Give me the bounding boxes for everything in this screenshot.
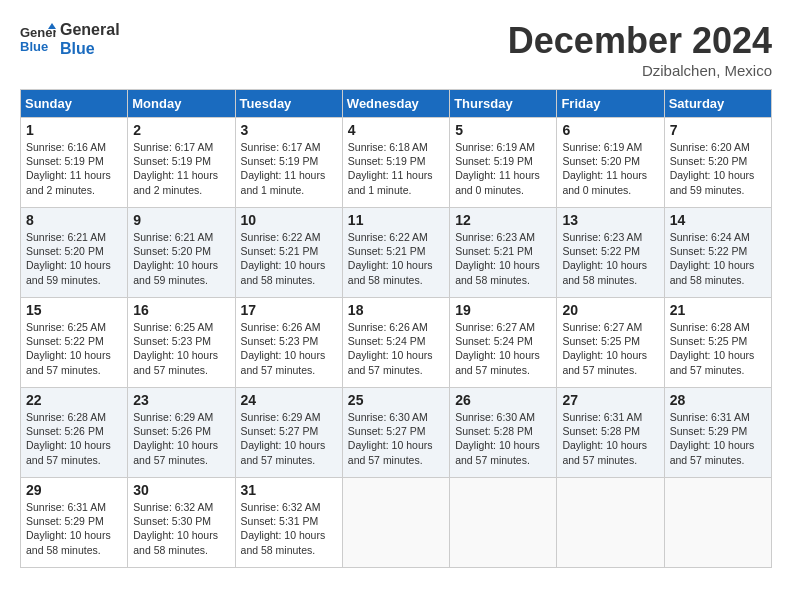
calendar-cell: 27Sunrise: 6:31 AMSunset: 5:28 PMDayligh…	[557, 388, 664, 478]
day-info: Sunrise: 6:32 AMSunset: 5:31 PMDaylight:…	[241, 500, 337, 557]
page-header: General Blue General Blue December 2024 …	[20, 20, 772, 79]
day-number: 9	[133, 212, 229, 228]
day-number: 3	[241, 122, 337, 138]
calendar-cell: 19Sunrise: 6:27 AMSunset: 5:24 PMDayligh…	[450, 298, 557, 388]
day-info: Sunrise: 6:18 AMSunset: 5:19 PMDaylight:…	[348, 140, 444, 197]
day-number: 17	[241, 302, 337, 318]
day-info: Sunrise: 6:22 AMSunset: 5:21 PMDaylight:…	[241, 230, 337, 287]
calendar-cell: 3Sunrise: 6:17 AMSunset: 5:19 PMDaylight…	[235, 118, 342, 208]
day-number: 31	[241, 482, 337, 498]
calendar-cell: 21Sunrise: 6:28 AMSunset: 5:25 PMDayligh…	[664, 298, 771, 388]
month-title: December 2024	[508, 20, 772, 62]
logo-icon: General Blue	[20, 21, 56, 57]
day-number: 11	[348, 212, 444, 228]
calendar-week-2: 8Sunrise: 6:21 AMSunset: 5:20 PMDaylight…	[21, 208, 772, 298]
day-info: Sunrise: 6:31 AMSunset: 5:28 PMDaylight:…	[562, 410, 658, 467]
day-info: Sunrise: 6:17 AMSunset: 5:19 PMDaylight:…	[133, 140, 229, 197]
logo: General Blue General Blue	[20, 20, 120, 58]
day-info: Sunrise: 6:19 AMSunset: 5:20 PMDaylight:…	[562, 140, 658, 197]
day-info: Sunrise: 6:30 AMSunset: 5:28 PMDaylight:…	[455, 410, 551, 467]
day-number: 13	[562, 212, 658, 228]
day-header-tuesday: Tuesday	[235, 90, 342, 118]
day-number: 6	[562, 122, 658, 138]
day-info: Sunrise: 6:27 AMSunset: 5:24 PMDaylight:…	[455, 320, 551, 377]
calendar-cell: 31Sunrise: 6:32 AMSunset: 5:31 PMDayligh…	[235, 478, 342, 568]
day-info: Sunrise: 6:30 AMSunset: 5:27 PMDaylight:…	[348, 410, 444, 467]
day-info: Sunrise: 6:22 AMSunset: 5:21 PMDaylight:…	[348, 230, 444, 287]
calendar-cell: 24Sunrise: 6:29 AMSunset: 5:27 PMDayligh…	[235, 388, 342, 478]
day-header-thursday: Thursday	[450, 90, 557, 118]
day-info: Sunrise: 6:26 AMSunset: 5:23 PMDaylight:…	[241, 320, 337, 377]
svg-text:Blue: Blue	[20, 39, 48, 54]
logo-line1: General	[60, 20, 120, 39]
day-number: 21	[670, 302, 766, 318]
calendar-cell: 2Sunrise: 6:17 AMSunset: 5:19 PMDaylight…	[128, 118, 235, 208]
day-info: Sunrise: 6:20 AMSunset: 5:20 PMDaylight:…	[670, 140, 766, 197]
day-number: 5	[455, 122, 551, 138]
day-number: 16	[133, 302, 229, 318]
day-number: 24	[241, 392, 337, 408]
calendar-table: SundayMondayTuesdayWednesdayThursdayFrid…	[20, 89, 772, 568]
day-info: Sunrise: 6:23 AMSunset: 5:22 PMDaylight:…	[562, 230, 658, 287]
day-header-sunday: Sunday	[21, 90, 128, 118]
day-info: Sunrise: 6:32 AMSunset: 5:30 PMDaylight:…	[133, 500, 229, 557]
calendar-cell	[664, 478, 771, 568]
calendar-week-4: 22Sunrise: 6:28 AMSunset: 5:26 PMDayligh…	[21, 388, 772, 478]
day-number: 18	[348, 302, 444, 318]
day-number: 27	[562, 392, 658, 408]
day-info: Sunrise: 6:25 AMSunset: 5:23 PMDaylight:…	[133, 320, 229, 377]
day-info: Sunrise: 6:31 AMSunset: 5:29 PMDaylight:…	[26, 500, 122, 557]
calendar-week-3: 15Sunrise: 6:25 AMSunset: 5:22 PMDayligh…	[21, 298, 772, 388]
calendar-cell: 30Sunrise: 6:32 AMSunset: 5:30 PMDayligh…	[128, 478, 235, 568]
calendar-header-row: SundayMondayTuesdayWednesdayThursdayFrid…	[21, 90, 772, 118]
calendar-cell: 15Sunrise: 6:25 AMSunset: 5:22 PMDayligh…	[21, 298, 128, 388]
calendar-cell: 5Sunrise: 6:19 AMSunset: 5:19 PMDaylight…	[450, 118, 557, 208]
calendar-cell: 11Sunrise: 6:22 AMSunset: 5:21 PMDayligh…	[342, 208, 449, 298]
calendar-cell: 6Sunrise: 6:19 AMSunset: 5:20 PMDaylight…	[557, 118, 664, 208]
calendar-cell	[342, 478, 449, 568]
day-info: Sunrise: 6:17 AMSunset: 5:19 PMDaylight:…	[241, 140, 337, 197]
day-number: 26	[455, 392, 551, 408]
day-info: Sunrise: 6:29 AMSunset: 5:27 PMDaylight:…	[241, 410, 337, 467]
calendar-cell: 4Sunrise: 6:18 AMSunset: 5:19 PMDaylight…	[342, 118, 449, 208]
location: Dzibalchen, Mexico	[508, 62, 772, 79]
day-info: Sunrise: 6:23 AMSunset: 5:21 PMDaylight:…	[455, 230, 551, 287]
calendar-cell: 7Sunrise: 6:20 AMSunset: 5:20 PMDaylight…	[664, 118, 771, 208]
calendar-cell	[450, 478, 557, 568]
day-number: 29	[26, 482, 122, 498]
logo-line2: Blue	[60, 39, 120, 58]
day-header-saturday: Saturday	[664, 90, 771, 118]
day-number: 12	[455, 212, 551, 228]
calendar-cell: 17Sunrise: 6:26 AMSunset: 5:23 PMDayligh…	[235, 298, 342, 388]
day-header-wednesday: Wednesday	[342, 90, 449, 118]
calendar-cell: 28Sunrise: 6:31 AMSunset: 5:29 PMDayligh…	[664, 388, 771, 478]
day-number: 30	[133, 482, 229, 498]
calendar-week-1: 1Sunrise: 6:16 AMSunset: 5:19 PMDaylight…	[21, 118, 772, 208]
day-number: 23	[133, 392, 229, 408]
title-block: December 2024 Dzibalchen, Mexico	[508, 20, 772, 79]
day-info: Sunrise: 6:21 AMSunset: 5:20 PMDaylight:…	[133, 230, 229, 287]
day-number: 4	[348, 122, 444, 138]
day-info: Sunrise: 6:27 AMSunset: 5:25 PMDaylight:…	[562, 320, 658, 377]
day-number: 7	[670, 122, 766, 138]
calendar-cell: 14Sunrise: 6:24 AMSunset: 5:22 PMDayligh…	[664, 208, 771, 298]
day-info: Sunrise: 6:21 AMSunset: 5:20 PMDaylight:…	[26, 230, 122, 287]
day-number: 22	[26, 392, 122, 408]
day-number: 14	[670, 212, 766, 228]
day-info: Sunrise: 6:24 AMSunset: 5:22 PMDaylight:…	[670, 230, 766, 287]
day-number: 2	[133, 122, 229, 138]
day-info: Sunrise: 6:25 AMSunset: 5:22 PMDaylight:…	[26, 320, 122, 377]
calendar-cell: 13Sunrise: 6:23 AMSunset: 5:22 PMDayligh…	[557, 208, 664, 298]
calendar-cell: 12Sunrise: 6:23 AMSunset: 5:21 PMDayligh…	[450, 208, 557, 298]
calendar-cell: 29Sunrise: 6:31 AMSunset: 5:29 PMDayligh…	[21, 478, 128, 568]
day-info: Sunrise: 6:29 AMSunset: 5:26 PMDaylight:…	[133, 410, 229, 467]
calendar-cell: 25Sunrise: 6:30 AMSunset: 5:27 PMDayligh…	[342, 388, 449, 478]
day-number: 25	[348, 392, 444, 408]
calendar-cell: 10Sunrise: 6:22 AMSunset: 5:21 PMDayligh…	[235, 208, 342, 298]
day-number: 28	[670, 392, 766, 408]
calendar-cell: 9Sunrise: 6:21 AMSunset: 5:20 PMDaylight…	[128, 208, 235, 298]
day-number: 15	[26, 302, 122, 318]
day-header-monday: Monday	[128, 90, 235, 118]
day-number: 1	[26, 122, 122, 138]
day-number: 20	[562, 302, 658, 318]
